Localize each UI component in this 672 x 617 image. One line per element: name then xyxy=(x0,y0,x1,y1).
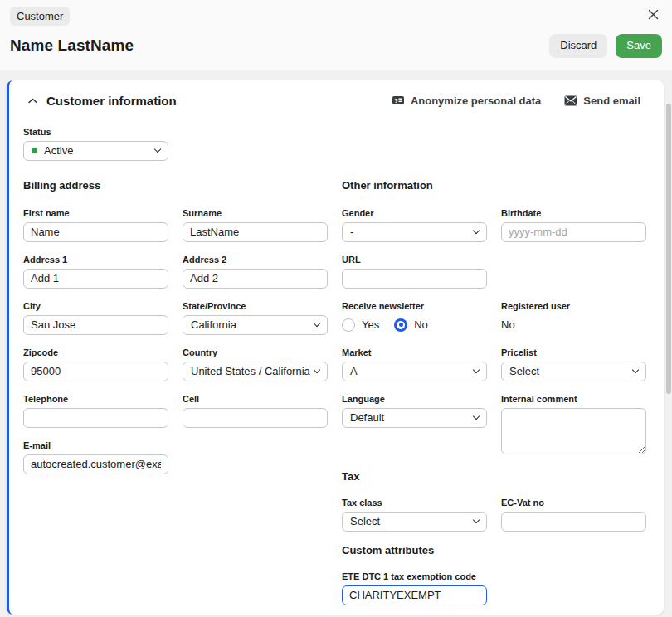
save-button[interactable]: Save xyxy=(616,34,662,58)
send-email-label: Send email xyxy=(583,95,640,107)
cell-label: Cell xyxy=(183,394,328,404)
email-label: E-mail xyxy=(23,440,168,450)
registered-user-value: No xyxy=(501,315,646,335)
url-input[interactable] xyxy=(342,269,487,289)
tax-class-select[interactable]: Select xyxy=(342,512,487,532)
pricelist-select-value: Select xyxy=(509,365,633,377)
market-label: Market xyxy=(342,347,487,357)
telephone-input[interactable] xyxy=(23,408,168,428)
status-active-dot xyxy=(32,148,37,153)
field-birthdate: Birthdate xyxy=(501,208,646,242)
section-title: Customer information xyxy=(46,94,177,108)
envelope-icon xyxy=(564,95,577,106)
newsletter-no-radio[interactable] xyxy=(394,318,407,332)
chevron-down-icon xyxy=(473,227,480,234)
state-select[interactable]: California xyxy=(183,315,328,335)
other-information-section: Other information Gender - Birthdate URL xyxy=(342,161,646,615)
gender-select-value: - xyxy=(350,226,474,238)
svg-text:?: ? xyxy=(394,97,398,104)
newsletter-yes-radio[interactable] xyxy=(342,318,355,332)
address2-label: Address 2 xyxy=(183,255,328,265)
tax-heading: Tax xyxy=(342,470,646,483)
chevron-down-icon xyxy=(632,367,639,373)
tax-class-label: Tax class xyxy=(342,498,487,508)
first-name-label: First name xyxy=(23,208,168,218)
send-email-button[interactable]: Send email xyxy=(564,94,640,107)
tax-exemption-code-input[interactable] xyxy=(342,585,487,605)
status-label: Status xyxy=(23,127,168,137)
vertical-scrollbar-thumb[interactable] xyxy=(666,104,671,394)
telephone-label: Telephone xyxy=(23,394,168,404)
page-title: Name LastName xyxy=(10,36,134,55)
field-address2: Address 2 xyxy=(183,255,328,289)
chevron-up-icon[interactable] xyxy=(28,98,37,104)
language-select-value: Default xyxy=(350,411,474,424)
surname-input[interactable] xyxy=(183,222,328,242)
close-icon[interactable] xyxy=(648,9,659,20)
birthdate-label: Birthdate xyxy=(501,208,646,218)
field-country: Country United States / California xyxy=(183,347,328,381)
state-label: State/Province xyxy=(183,301,328,311)
status-select[interactable]: Active xyxy=(23,141,168,161)
receive-newsletter-label: Receive newsletter xyxy=(342,301,487,311)
discard-button[interactable]: Discard xyxy=(549,34,607,58)
field-address1: Address 1 xyxy=(23,255,168,289)
language-label: Language xyxy=(342,394,487,404)
birthdate-input[interactable] xyxy=(501,222,646,242)
field-surname: Surname xyxy=(183,208,328,242)
gender-select[interactable]: - xyxy=(342,222,487,242)
field-tax-class: Tax class Select xyxy=(342,498,487,532)
field-registered-user: Registered user No xyxy=(501,301,646,335)
market-select[interactable]: A xyxy=(342,362,487,381)
url-label: URL xyxy=(342,255,487,265)
city-label: City xyxy=(23,301,168,311)
ec-vat-input[interactable] xyxy=(501,512,646,532)
city-input[interactable] xyxy=(23,315,168,335)
custom-attributes-heading: Custom attributes xyxy=(342,544,646,556)
pricelist-select[interactable]: Select xyxy=(501,362,646,381)
customer-information-panel: Customer information ? Anonymize persona… xyxy=(7,80,664,615)
billing-heading: Billing address xyxy=(23,179,328,192)
field-state: State/Province California xyxy=(183,301,328,335)
country-select[interactable]: United States / California xyxy=(183,362,328,381)
country-label: Country xyxy=(183,347,328,357)
chevron-down-icon xyxy=(154,146,161,153)
first-name-input[interactable] xyxy=(23,222,168,242)
internal-comment-label: Internal comment xyxy=(501,394,646,404)
newsletter-no-label: No xyxy=(414,318,428,331)
field-internal-comment: Internal comment xyxy=(501,394,646,458)
zipcode-input[interactable] xyxy=(23,362,168,381)
anonymize-personal-data-button[interactable]: ? Anonymize personal data xyxy=(392,94,541,107)
internal-comment-textarea[interactable] xyxy=(501,408,646,454)
customer-tab[interactable]: Customer xyxy=(10,7,70,26)
billing-address-section: Billing address First name Surname Addre… xyxy=(23,161,328,615)
chevron-down-icon xyxy=(314,367,320,373)
page-header: Customer Name LastName Discard Save xyxy=(0,0,672,70)
field-telephone: Telephone xyxy=(23,394,168,428)
anonymize-label: Anonymize personal data xyxy=(411,95,541,107)
chevron-down-icon xyxy=(473,413,480,420)
cell-input[interactable] xyxy=(183,408,328,428)
newsletter-yes-label: Yes xyxy=(362,318,379,331)
chevron-down-icon xyxy=(473,517,480,523)
state-select-value: California xyxy=(191,318,314,331)
field-pricelist: Pricelist Select xyxy=(501,347,646,381)
field-status: Status Active xyxy=(23,127,168,161)
address1-label: Address 1 xyxy=(23,255,168,265)
address2-input[interactable] xyxy=(183,269,328,289)
field-city: City xyxy=(23,301,168,335)
surname-label: Surname xyxy=(183,208,328,218)
field-email: E-mail xyxy=(23,440,168,474)
field-zipcode: Zipcode xyxy=(23,347,168,381)
market-select-value: A xyxy=(350,365,474,377)
chevron-down-icon xyxy=(473,367,480,373)
registered-user-label: Registered user xyxy=(501,301,646,311)
ec-vat-label: EC-Vat no xyxy=(501,498,646,508)
email-input[interactable] xyxy=(23,454,168,474)
field-language: Language Default xyxy=(342,394,487,428)
field-tax-exemption-code: ETE DTC 1 tax exemption code xyxy=(342,571,487,605)
address1-input[interactable] xyxy=(23,269,168,289)
other-information-heading: Other information xyxy=(342,179,646,192)
language-select[interactable]: Default xyxy=(342,408,487,428)
zipcode-label: Zipcode xyxy=(23,347,168,357)
